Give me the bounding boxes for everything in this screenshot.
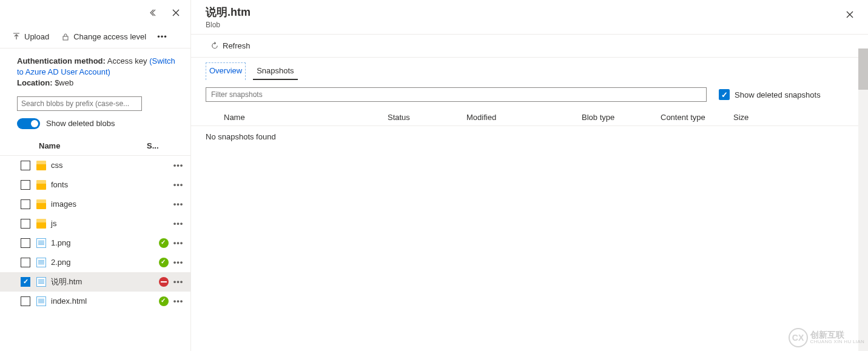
filter-row: Show deleted snapshots — [191, 80, 868, 109]
blob-list-panel: Upload Change access level ••• Authentic… — [0, 0, 191, 351]
row-checkbox[interactable] — [21, 238, 30, 248]
row-more-icon[interactable]: ••• — [171, 277, 186, 286]
row-more-icon[interactable]: ••• — [171, 219, 186, 228]
upload-icon — [12, 33, 21, 41]
folder-icon — [36, 219, 46, 229]
list-header: Name S... — [0, 136, 190, 156]
location-label: Location: — [17, 78, 53, 87]
file-icon — [36, 258, 46, 267]
empty-message: No snapshots found — [191, 126, 868, 147]
page-subtitle: Blob — [206, 21, 841, 29]
filter-snapshots-input[interactable] — [206, 87, 707, 102]
list-item[interactable]: js ••• — [0, 214, 190, 233]
change-access-button[interactable]: Change access level — [56, 30, 151, 44]
row-checkbox[interactable] — [21, 296, 30, 306]
upload-label: Upload — [24, 32, 49, 41]
row-checkbox[interactable] — [21, 180, 30, 190]
watermark-py: CHUANG XIN HU LIAN — [810, 339, 864, 345]
col-name[interactable]: Name — [17, 141, 147, 150]
snapshot-table-header: Name Status Modified Blob type Content t… — [191, 109, 868, 126]
file-name: fonts — [51, 180, 171, 189]
page-title: 说明.htm — [206, 5, 841, 19]
lock-icon — [61, 33, 70, 41]
file-name: css — [51, 161, 171, 170]
col-contenttype[interactable]: Content type — [661, 113, 733, 122]
list-item[interactable]: 2.png ••• — [0, 253, 190, 272]
list-item[interactable]: 说明.htm ••• — [0, 272, 190, 292]
row-checkbox[interactable] — [21, 161, 30, 170]
change-access-label: Change access level — [73, 32, 146, 41]
file-icon — [36, 238, 46, 248]
tab-snapshots[interactable]: Snapshots — [253, 62, 297, 80]
tab-overview[interactable]: Overview — [206, 62, 246, 80]
row-more-icon[interactable]: ••• — [171, 238, 186, 247]
svg-rect-0 — [63, 36, 68, 40]
panel-header — [0, 0, 190, 25]
show-deleted-snapshots-row: Show deleted snapshots — [719, 89, 821, 100]
folder-icon — [36, 199, 46, 209]
search-input[interactable] — [17, 96, 142, 111]
list-item[interactable]: 1.png ••• — [0, 233, 190, 253]
list-item[interactable]: index.html ••• — [0, 292, 190, 311]
list-item[interactable]: css ••• — [0, 156, 190, 175]
toggle-label: Show deleted blobs — [46, 119, 115, 128]
scrollbar-thumb[interactable] — [858, 48, 868, 90]
row-more-icon[interactable]: ••• — [171, 258, 186, 267]
status-blocked-icon — [159, 277, 169, 287]
file-list: css ••• fonts ••• images ••• js ••• 1.pn… — [0, 156, 190, 311]
auth-method-value: Access key — [107, 56, 147, 65]
show-deleted-toggle[interactable] — [17, 118, 40, 129]
row-more-icon[interactable]: ••• — [171, 199, 186, 209]
auth-method-label: Authentication method: — [17, 56, 106, 65]
file-name: 说明.htm — [51, 276, 159, 287]
file-name: index.html — [51, 296, 159, 306]
row-more-icon[interactable]: ••• — [171, 180, 186, 189]
status-ok-icon — [159, 296, 169, 306]
folder-icon — [36, 180, 46, 190]
detail-toolbar: Refresh — [191, 35, 868, 58]
col-blobtype[interactable]: Blob type — [582, 113, 661, 122]
left-toolbar: Upload Change access level ••• — [0, 25, 190, 48]
show-deleted-checkbox[interactable] — [719, 89, 730, 100]
refresh-button[interactable]: Refresh — [206, 39, 255, 53]
auth-info: Authentication method: Access key (Switc… — [0, 48, 190, 94]
col-status[interactable]: Status — [388, 113, 466, 122]
row-checkbox[interactable] — [21, 199, 30, 209]
ellipsis-icon: ••• — [157, 32, 167, 41]
refresh-label: Refresh — [223, 41, 251, 50]
more-button[interactable]: ••• — [153, 30, 171, 44]
list-item[interactable]: fonts ••• — [0, 175, 190, 195]
file-name: 2.png — [51, 258, 159, 267]
watermark-logo: CX — [789, 328, 808, 347]
tabs: Overview Snapshots — [191, 58, 868, 80]
col-name[interactable]: Name — [206, 113, 388, 122]
detail-header: 说明.htm Blob — [191, 0, 868, 35]
row-more-icon[interactable]: ••• — [171, 161, 186, 170]
row-checkbox[interactable] — [21, 219, 30, 229]
collapse-icon[interactable] — [144, 3, 164, 22]
scrollbar[interactable] — [858, 48, 868, 351]
location-value: $web — [55, 78, 73, 87]
row-checkbox[interactable] — [21, 277, 30, 287]
refresh-icon — [210, 42, 219, 50]
close-icon[interactable] — [166, 3, 186, 22]
file-icon — [36, 277, 46, 287]
show-deleted-label: Show deleted snapshots — [735, 90, 821, 99]
folder-icon — [36, 161, 46, 170]
file-name: js — [51, 219, 171, 228]
close-icon[interactable] — [840, 5, 860, 24]
status-ok-icon — [159, 258, 169, 267]
list-item[interactable]: images ••• — [0, 195, 190, 214]
status-ok-icon — [159, 238, 169, 248]
col-status[interactable]: S... — [147, 141, 173, 150]
col-modified[interactable]: Modified — [466, 113, 582, 122]
upload-button[interactable]: Upload — [7, 30, 54, 44]
toggle-row: Show deleted blobs — [0, 117, 190, 136]
col-size[interactable]: Size — [733, 113, 770, 122]
row-more-icon[interactable]: ••• — [171, 296, 186, 306]
watermark-cn: 创新互联 — [810, 330, 864, 339]
blob-detail-panel: 说明.htm Blob Refresh Overview Snapshots S… — [191, 0, 868, 351]
watermark: CX 创新互联 CHUANG XIN HU LIAN — [789, 328, 864, 347]
file-name: images — [51, 199, 171, 209]
row-checkbox[interactable] — [21, 258, 30, 267]
